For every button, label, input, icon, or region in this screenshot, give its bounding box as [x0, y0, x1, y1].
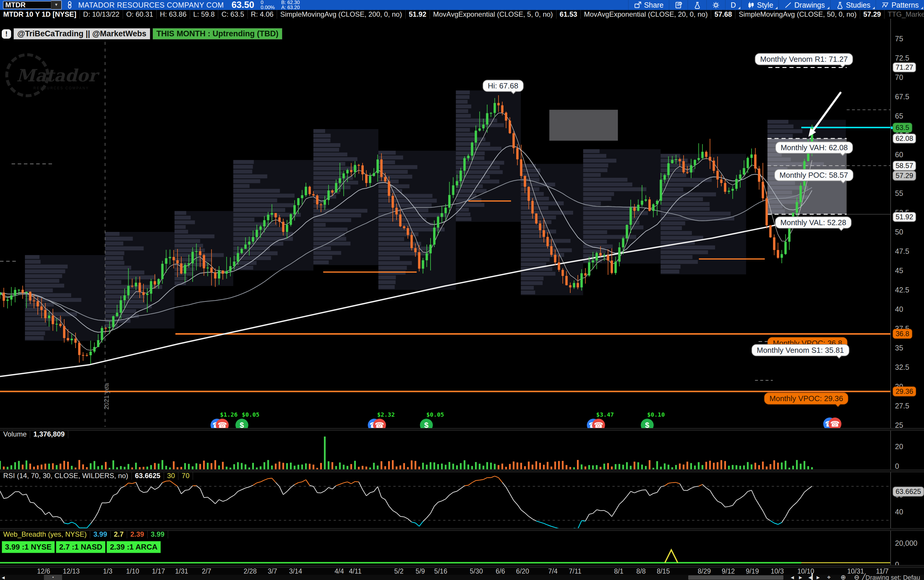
- level-label-bubble[interactable]: Monthly VAL: 52.28: [775, 217, 851, 229]
- toolbar-button-drawings[interactable]: Drawings: [779, 0, 830, 10]
- toolbar-button-report[interactable]: [669, 0, 688, 10]
- flask-icon: [836, 1, 844, 9]
- pane-splitter[interactable]: [0, 528, 924, 531]
- toolbar-button-flask[interactable]: [688, 0, 706, 10]
- pane-splitter[interactable]: [0, 470, 924, 472]
- price-tick: 55: [895, 189, 903, 198]
- level-label-bubble[interactable]: Monthly Venom S1: 35.81: [751, 344, 849, 356]
- rsi-pane-body: RSI (14, 70, 30, CLOSE, WILDERS, no) 63.…: [0, 472, 890, 528]
- header-cell[interactable]: MovAvgExponential (CLOSE, 20, 0, no): [581, 10, 711, 19]
- earnings-event-marker[interactable]: $1.26☎☎: [220, 411, 238, 428]
- main-chart-pane[interactable]: Matador RESOURCES COMPANY 2021 yea Month…: [0, 19, 890, 428]
- study-label[interactable]: TTG_MarketWebs_2021 ...: [884, 10, 924, 19]
- date-tick: 8/15: [657, 567, 670, 575]
- rsi-line: [0, 472, 890, 528]
- price-tick: 60: [895, 150, 903, 159]
- toolbar-button-gear[interactable]: [706, 0, 725, 10]
- dropdown-caret-icon: [738, 7, 740, 9]
- symbol-input[interactable]: [3, 1, 51, 9]
- header-cell: D: 10/13/22: [80, 10, 123, 19]
- trend-status-label: THIS MONTH : Uptrending (TBD): [153, 28, 282, 40]
- pane-splitter[interactable]: [0, 565, 924, 568]
- header-cell[interactable]: SimpleMovingAvg (CLOSE, 200, 0, no): [277, 10, 406, 19]
- drawing-set-label[interactable]: Drawing set: Defau: [865, 574, 920, 580]
- level-label-bubble[interactable]: Monthly POC: 58.57: [774, 169, 853, 181]
- scroll-left-icon[interactable]: ◂: [791, 575, 794, 580]
- date-tick: 1/3: [103, 567, 112, 575]
- level-label-bubble[interactable]: Monthly VAH: 62.08: [775, 142, 853, 154]
- level-label-bubble[interactable]: Monthly VPOC: 29.36: [764, 392, 848, 404]
- crosshair-icon[interactable]: ⌖: [827, 575, 831, 580]
- date-tick: 3/7: [268, 567, 277, 575]
- header-cell: C: 63.5: [218, 10, 248, 19]
- toolbar-button-label: Patterns: [891, 1, 919, 9]
- date-tick: 7/11: [569, 567, 581, 575]
- gear-icon: [712, 1, 720, 9]
- date-tick: 8/8: [637, 567, 646, 575]
- dividend-event-marker[interactable]: $0.05$: [242, 411, 259, 428]
- breadth-badge: 3.99 :1 NYSE: [2, 541, 55, 553]
- event-amount-label: $0.10: [647, 411, 665, 418]
- level-label-bubble[interactable]: Monthly Venom R1: 71.27: [755, 53, 853, 65]
- chart-header-row: MTDR 10 Y 1D [NYSE]D: 10/13/22O: 60.31H:…: [0, 10, 924, 19]
- price-tick: 67.5: [895, 92, 909, 101]
- link-icon[interactable]: [66, 1, 74, 9]
- date-tick: 1/10: [126, 567, 139, 575]
- header-cell: R: 4.06: [248, 10, 277, 19]
- header-cell: L: 59.8: [190, 10, 218, 19]
- symbol-dropdown-button[interactable]: ▾: [51, 0, 62, 10]
- earnings-event-marker[interactable]: $3.47☎☎: [596, 411, 614, 428]
- price-tick: 70: [895, 73, 903, 82]
- toolbar-button-d[interactable]: D: [725, 0, 741, 10]
- dividend-event-marker[interactable]: $0.05$: [426, 411, 444, 428]
- panel-expander[interactable]: ▪: [44, 575, 62, 580]
- trading-platform-window: ▾ MATADOR RESOURCES COMPANY COM 63.50 0 …: [0, 0, 924, 580]
- toolbar-button-label: D: [731, 1, 736, 9]
- scroll-right-icon[interactable]: ▸: [799, 575, 802, 580]
- date-tick: 8/29: [698, 567, 711, 575]
- breadth-badge: 2.39 :1 ARCA: [107, 541, 160, 553]
- volume-pane: Volume 1,376,809: [0, 430, 890, 470]
- event-amount-label: $2.32: [377, 411, 395, 418]
- candle-icon: [747, 1, 755, 9]
- dividend-event-marker[interactable]: $0.10$: [647, 411, 665, 428]
- earnings-call-icon: ☎: [828, 417, 842, 428]
- header-cell: MTDR 10 Y 1D [NYSE]: [0, 10, 80, 19]
- earnings-call-icon: ☎: [216, 419, 229, 428]
- price-tick: 40: [895, 305, 903, 313]
- level-label-bubble[interactable]: Hi: 67.68: [483, 80, 524, 92]
- dropdown-caret-icon: [921, 7, 923, 9]
- date-tick: 4/4: [335, 567, 344, 575]
- collapse-left-icon[interactable]: ◂: [2, 574, 5, 580]
- bottom-status-bar: ◂ ▪ ◂ ▸ ◂▎▸ ⌖ ⊕ ⊖ ╱ Drawing set: Defau: [0, 575, 924, 580]
- toolbar-button-patterns[interactable]: Patterns: [876, 0, 924, 10]
- event-icons: ☎☎: [596, 419, 614, 428]
- bid-value: B: 62.30: [281, 0, 300, 5]
- pane-splitter[interactable]: [0, 428, 924, 431]
- date-tick: 2/7: [202, 567, 211, 575]
- horizontal-scrollbar[interactable]: [688, 575, 784, 580]
- date-tick: 3/14: [289, 567, 302, 575]
- earnings-event-marker[interactable]: $2.32☎☎: [377, 411, 395, 428]
- price-tick: 45: [895, 267, 903, 275]
- date-tick: 12/6: [37, 567, 50, 575]
- header-cell[interactable]: MovAvgExponential (CLOSE, 5, 0, no): [430, 10, 556, 19]
- event-amount-label: $1.26: [220, 411, 238, 418]
- toolbar-button-style[interactable]: Style: [741, 0, 779, 10]
- trendline-tool-icon[interactable]: ╱: [861, 575, 865, 580]
- zoom-out-icon[interactable]: ⊖: [854, 575, 859, 580]
- breadth-pane: Web_Breadth (yes, NYSE) 3.992.72.393.99 …: [0, 530, 890, 565]
- date-tick: 9/12: [722, 567, 735, 575]
- zigzag-icon: [881, 1, 889, 9]
- time-axis[interactable]: 12/612/131/31/101/171/312/72/283/73/144/…: [0, 567, 924, 575]
- toolbar-button-share[interactable]: Share: [628, 0, 669, 10]
- toolbar-button-studies[interactable]: Studies: [830, 0, 876, 10]
- toolbar-buttons: ShareDStyleDrawingsStudiesPatterns: [628, 0, 924, 10]
- zoom-in-icon[interactable]: ⊕: [840, 575, 846, 580]
- alert-icon[interactable]: !: [2, 29, 11, 39]
- price-axis-bubble: 57.29: [893, 171, 916, 181]
- expand-bars-icon[interactable]: ◂▎▸: [808, 575, 820, 580]
- date-tick: 12/13: [63, 567, 80, 575]
- header-cell[interactable]: SimpleMovingAvg (CLOSE, 50, 0, no): [735, 10, 860, 19]
- price-axis[interactable]: 7572.57067.56562.56057.55552.55047.54542…: [890, 19, 924, 578]
